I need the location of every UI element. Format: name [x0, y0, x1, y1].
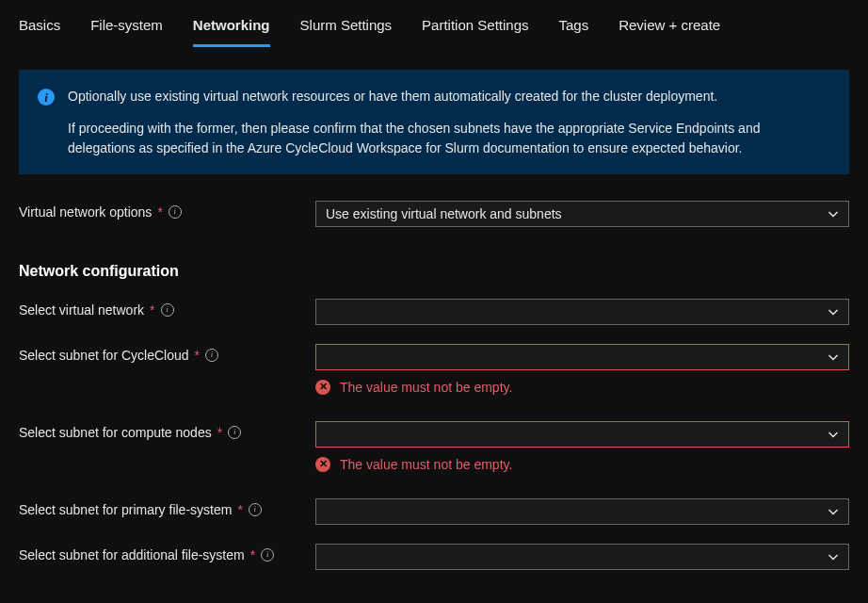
- tab-slurm-settings[interactable]: Slurm Settings: [300, 17, 393, 47]
- required-asterisk: *: [150, 302, 154, 318]
- error-icon: ✕: [315, 380, 330, 395]
- tab-networking[interactable]: Networking: [193, 17, 270, 47]
- select-subnet-compute-dropdown[interactable]: [315, 421, 849, 448]
- required-asterisk: *: [157, 204, 162, 220]
- tab-basics[interactable]: Basics: [19, 17, 60, 47]
- required-asterisk: *: [250, 547, 255, 562]
- hint-icon[interactable]: i: [169, 205, 182, 219]
- select-vnet-dropdown[interactable]: [315, 299, 849, 325]
- vnet-options-value: Use existing virtual network and subnets: [326, 206, 562, 221]
- chevron-down-icon: [828, 208, 839, 220]
- chevron-down-icon: [828, 551, 839, 562]
- required-asterisk: *: [217, 425, 222, 440]
- select-subnet-cyclecloud-dropdown[interactable]: [315, 344, 849, 370]
- tab-bar: Basics File-system Networking Slurm Sett…: [0, 0, 868, 47]
- info-line1: Optionally use existing virtual network …: [68, 87, 830, 106]
- tab-review-create[interactable]: Review + create: [619, 17, 720, 47]
- select-subnet-additional-fs-dropdown[interactable]: [315, 544, 849, 570]
- error-message: ✕ The value must not be empty.: [315, 457, 849, 472]
- vnet-options-label: Virtual network options * i: [19, 201, 315, 220]
- select-subnet-additional-fs-label: Select subnet for additional file-system…: [19, 544, 315, 562]
- hint-icon[interactable]: i: [228, 426, 241, 439]
- network-config-title: Network configuration: [19, 263, 849, 280]
- hint-icon[interactable]: i: [205, 349, 218, 362]
- info-line2: If proceeding with the former, then plea…: [68, 119, 830, 157]
- select-subnet-primary-fs-dropdown[interactable]: [315, 498, 849, 525]
- tab-partition-settings[interactable]: Partition Settings: [422, 17, 528, 47]
- hint-icon[interactable]: i: [161, 303, 174, 317]
- info-icon: i: [38, 89, 55, 106]
- select-subnet-primary-fs-label: Select subnet for primary file-system * …: [19, 498, 315, 517]
- required-asterisk: *: [195, 348, 200, 363]
- vnet-options-select[interactable]: Use existing virtual network and subnets: [315, 201, 849, 227]
- required-asterisk: *: [237, 502, 242, 517]
- hint-icon[interactable]: i: [261, 548, 274, 562]
- info-banner: i Optionally use existing virtual networ…: [19, 70, 849, 174]
- tab-tags[interactable]: Tags: [559, 17, 589, 47]
- info-text: Optionally use existing virtual network …: [68, 87, 830, 157]
- select-vnet-label: Select virtual network * i: [19, 299, 315, 318]
- tab-file-system[interactable]: File-system: [90, 17, 163, 47]
- chevron-down-icon: [828, 506, 839, 517]
- chevron-down-icon: [828, 306, 839, 318]
- error-icon: ✕: [315, 457, 330, 472]
- hint-icon[interactable]: i: [249, 503, 262, 516]
- chevron-down-icon: [828, 351, 839, 363]
- select-subnet-cyclecloud-label: Select subnet for CycleCloud * i: [19, 344, 315, 363]
- chevron-down-icon: [828, 429, 839, 440]
- error-message: ✕ The value must not be empty.: [315, 380, 849, 395]
- select-subnet-compute-label: Select subnet for compute nodes * i: [19, 421, 315, 440]
